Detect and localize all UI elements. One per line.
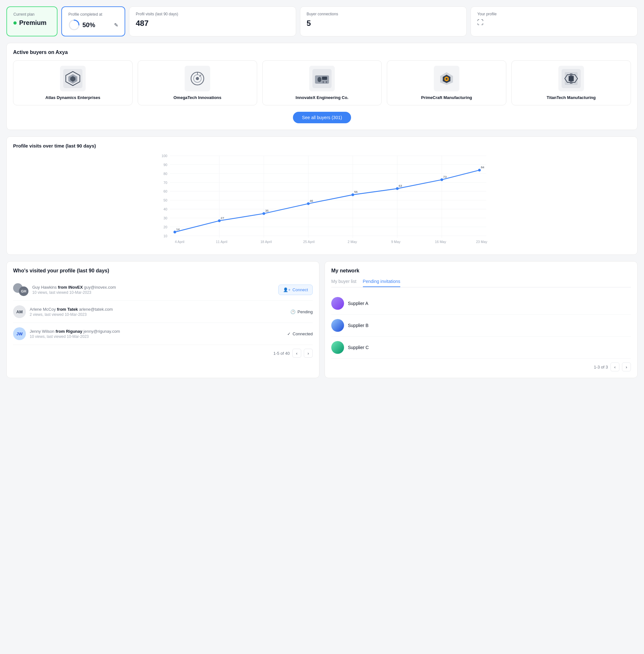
- visitor-action-1: 👤+ Connect: [278, 284, 313, 295]
- svg-text:73: 73: [443, 175, 446, 179]
- buyer-logo-5: [558, 66, 584, 91]
- buyer-card-1[interactable]: Atlas Dynamics Enterprises: [13, 60, 133, 106]
- svg-text:9 May: 9 May: [391, 240, 400, 244]
- visitor-name-3: Jenny Wilson from Rigunay jenny@rigunay.…: [30, 329, 283, 334]
- visitor-item-2: AM Arlene McCoy from Tatek arlene@tatek.…: [13, 301, 313, 323]
- svg-text:18 April: 18 April: [260, 240, 272, 244]
- chart-point-4: [351, 193, 354, 196]
- visitor-avatar-double-1: GH: [13, 283, 28, 296]
- chart-section: Profile visits over time (last 90 days) …: [6, 136, 638, 255]
- external-link-icon[interactable]: ⛶: [477, 19, 631, 26]
- plan-status-dot: [14, 21, 17, 25]
- buyer-logo-2: [185, 66, 210, 91]
- buyer-logo-4: [434, 66, 459, 91]
- buyer-connections-card: Buyer connections 5: [300, 6, 467, 37]
- top-cards-row: Current plan Premium Profile completed a…: [6, 6, 638, 37]
- plan-name: Premium: [14, 19, 50, 26]
- buyer-card-5[interactable]: TitanTech Manufacturing: [511, 60, 631, 106]
- svg-text:4 April: 4 April: [175, 240, 184, 244]
- visitor-info-1: Guy Hawkins from INovEX guy@inovex.com 1…: [32, 285, 274, 295]
- current-plan-card: Current plan Premium: [6, 6, 58, 37]
- profile-completed-label: Profile completed at: [68, 12, 118, 17]
- buyer-logo-1: [60, 66, 86, 91]
- svg-text:90: 90: [164, 163, 167, 167]
- profile-visits-value: 487: [136, 19, 290, 28]
- visitors-title: Who's visited your profile (last 90 days…: [13, 268, 313, 274]
- titantech-logo: [561, 69, 581, 88]
- chart-point-7: [478, 169, 481, 171]
- svg-text:27: 27: [221, 216, 224, 220]
- buyer-card-4[interactable]: PrimeCraft Manufacturing: [387, 60, 506, 106]
- circle-progress-icon: [68, 19, 80, 31]
- primecraft-logo: [437, 69, 456, 88]
- svg-text:35: 35: [265, 209, 269, 212]
- svg-rect-26: [569, 76, 574, 81]
- chart-wrapper: 100 90 80 70 60 50 40 30 20 10 4 April 1…: [13, 152, 631, 248]
- svg-rect-27: [570, 73, 572, 76]
- svg-text:2 May: 2 May: [348, 240, 357, 244]
- innovatex-logo: [313, 69, 331, 88]
- chart-point-1: [218, 219, 221, 222]
- visitors-next-button[interactable]: ›: [304, 349, 313, 358]
- buyer-name-4: PrimeCraft Manufacturing: [392, 95, 501, 100]
- svg-text:63: 63: [399, 184, 402, 187]
- network-prev-button[interactable]: ‹: [611, 363, 619, 371]
- network-pagination-text: 1-3 of 3: [594, 365, 608, 370]
- svg-point-9: [196, 77, 199, 80]
- visitors-pagination: 1-5 of 40 ‹ ›: [13, 349, 313, 358]
- buyer-connections-value: 5: [307, 19, 460, 28]
- see-all-buyers-button[interactable]: See all buyers (301): [293, 112, 351, 123]
- profile-visits-label: Profil visits (last 90 days): [136, 12, 290, 16]
- profile-circle: 50%: [68, 19, 95, 31]
- buyers-grid: Atlas Dynamics Enterprises OmegaTech Inn…: [13, 60, 631, 106]
- tab-pending-invitations[interactable]: Pending invitations: [363, 279, 400, 287]
- supplier-avatar-2: [331, 319, 344, 332]
- chart-point-2: [262, 212, 266, 215]
- chart-point-5: [396, 187, 399, 190]
- svg-text:14: 14: [176, 227, 180, 231]
- buyer-card-2[interactable]: OmegaTech Innovations: [138, 60, 257, 106]
- svg-text:46: 46: [309, 199, 313, 203]
- buyer-name-1: Atlas Dynamics Enterprises: [19, 95, 127, 100]
- connect-button-1[interactable]: 👤+ Connect: [278, 284, 313, 295]
- chart-title: Profile visits over time (last 90 days): [13, 143, 631, 148]
- svg-text:25 April: 25 April: [303, 240, 315, 244]
- visitor-item-1: GH Guy Hawkins from INovEX guy@inovex.co…: [13, 279, 313, 301]
- pending-badge-2: 🕐 Pending: [290, 309, 313, 314]
- visitor-meta-1: 10 views, last viewed 10-Mar-2023: [32, 290, 274, 295]
- buyer-connections-label: Buyer connections: [307, 12, 460, 16]
- network-tabs: My buyer list Pending invitations: [331, 279, 631, 287]
- bottom-row: Who's visited your profile (last 90 days…: [6, 261, 638, 378]
- visitors-prev-button[interactable]: ‹: [292, 349, 301, 358]
- network-pagination: 1-3 of 3 ‹ ›: [331, 363, 631, 371]
- buyer-name-5: TitanTech Manufacturing: [517, 95, 625, 100]
- connect-plus-icon: 👤+: [283, 287, 291, 292]
- svg-text:56: 56: [354, 190, 358, 194]
- svg-text:100: 100: [162, 154, 167, 158]
- visitor-info-2: Arlene McCoy from Tatek arlene@tatek.com…: [30, 307, 286, 317]
- svg-text:30: 30: [164, 216, 167, 220]
- svg-text:10: 10: [164, 234, 167, 238]
- visitor-name-2: Arlene McCoy from Tatek arlene@tatek.com: [30, 307, 286, 312]
- network-next-button[interactable]: ›: [622, 363, 631, 371]
- checkmark-icon: ✓: [287, 331, 291, 336]
- svg-point-22: [446, 78, 447, 80]
- svg-text:11 April: 11 April: [216, 240, 227, 244]
- buyer-card-3[interactable]: InnovateX Engineering Co.: [262, 60, 382, 106]
- supplier-name-3: Supplier C: [348, 345, 369, 350]
- supplier-avatar-1: [331, 297, 344, 310]
- edit-icon[interactable]: ✎: [114, 22, 118, 28]
- supplier-avatar-3: [331, 341, 344, 354]
- chart-line: [175, 170, 480, 232]
- network-item-1: Supplier A: [331, 293, 631, 314]
- svg-rect-15: [322, 77, 327, 80]
- visitor-action-2: 🕐 Pending: [290, 309, 313, 314]
- svg-point-14: [318, 77, 321, 82]
- visitor-avatar-3: JW: [13, 327, 26, 340]
- supplier-name-1: Supplier A: [348, 301, 368, 306]
- buyer-name-3: InnovateX Engineering Co.: [268, 95, 376, 100]
- profile-completed-row: 50% ✎: [68, 19, 118, 31]
- profile-percent: 50%: [83, 21, 95, 29]
- svg-text:16 May: 16 May: [435, 240, 446, 244]
- tab-my-buyer-list[interactable]: My buyer list: [331, 279, 356, 287]
